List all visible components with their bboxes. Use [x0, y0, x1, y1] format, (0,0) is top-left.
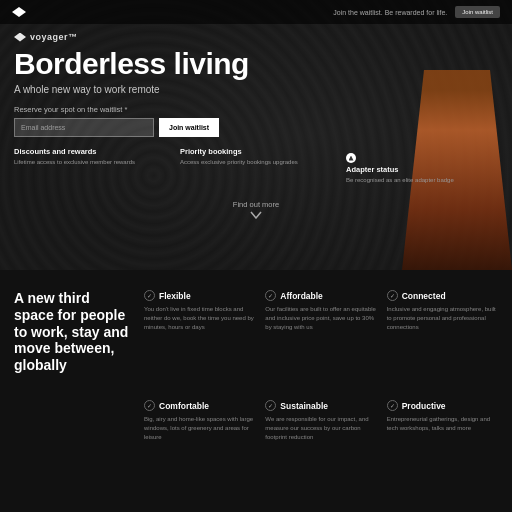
waitlist-label: Reserve your spot on the waitlist * — [14, 105, 498, 114]
feature-card-desc-productive: Entrepreneurial gatherings, design and t… — [387, 415, 498, 433]
feature-card-desc-flexible: You don't live in fixed time blocks and … — [144, 305, 255, 332]
feature-card-connected: Connected Inclusive and engaging atmosph… — [387, 290, 498, 388]
feature-card-affordable: Affordable Our facilities are built to o… — [265, 290, 376, 388]
feature-card-header-connected: Connected — [387, 290, 498, 301]
check-icon-sustainable — [265, 400, 276, 411]
feature-desc-1: Lifetime access to exclusive member rewa… — [14, 158, 166, 166]
adapter-icon — [346, 153, 356, 163]
join-waitlist-button[interactable]: Join waitlist — [159, 118, 219, 137]
email-input[interactable] — [14, 118, 154, 137]
feature-card-desc-comfortable: Big, airy and home-like spaces with larg… — [144, 415, 255, 442]
feature-title-3: Adapter status — [346, 165, 498, 174]
logo-icon — [12, 7, 26, 17]
hero-title: Borderless living — [14, 48, 498, 80]
bottom-headline: A new third space for people to work, st… — [14, 290, 132, 374]
hero-feature-3: Adapter status Be recognised as an elite… — [346, 147, 498, 185]
voyager-logo-icon — [14, 33, 26, 42]
hero-content: voyager™ Borderless living A whole new w… — [0, 24, 512, 190]
feature-card-flexible: Flexible You don't live in fixed time bl… — [144, 290, 255, 388]
hero-feature-1: Discounts and rewards Lifetime access to… — [14, 147, 166, 185]
hero-section: Join the waitlist. Be rewarded for life.… — [0, 0, 512, 270]
feature-card-sustainable: Sustainable We are responsible for our i… — [265, 400, 376, 498]
feature-card-header-flexible: Flexible — [144, 290, 255, 301]
top-bar-text: Join the waitlist. Be rewarded for life. — [333, 9, 447, 16]
feature-card-productive: Productive Entrepreneurial gatherings, d… — [387, 400, 498, 498]
feature-card-comfortable: Comfortable Big, airy and home-like spac… — [144, 400, 255, 498]
feature-title-2: Priority bookings — [180, 147, 332, 156]
top-bar-logo — [12, 7, 26, 17]
top-bar-waitlist-button[interactable]: Join waitlist — [455, 6, 500, 18]
features-grid: Flexible You don't live in fixed time bl… — [144, 290, 498, 498]
feature-desc-2: Access exclusive priority bookings upgra… — [180, 158, 332, 166]
feature-card-title-sustainable: Sustainable — [280, 401, 328, 411]
feature-card-title-comfortable: Comfortable — [159, 401, 209, 411]
feature-card-header-affordable: Affordable — [265, 290, 376, 301]
feature-card-title-connected: Connected — [402, 291, 446, 301]
bottom-left: A new third space for people to work, st… — [14, 290, 144, 498]
feature-title-1: Discounts and rewards — [14, 147, 166, 156]
feature-card-header-sustainable: Sustainable — [265, 400, 376, 411]
brand-name: voyager™ — [30, 32, 78, 42]
voyager-logo: voyager™ — [14, 32, 498, 42]
chevron-down-icon — [250, 211, 262, 219]
feature-desc-3: Be recognised as an elite adapter badge — [346, 176, 498, 184]
hero-features: Discounts and rewards Lifetime access to… — [14, 147, 498, 185]
feature-card-header-comfortable: Comfortable — [144, 400, 255, 411]
waitlist-form: Join waitlist — [14, 118, 498, 137]
feature-card-desc-sustainable: We are responsible for our impact, and m… — [265, 415, 376, 442]
find-out-more[interactable]: Find out more — [0, 190, 512, 225]
bottom-section: A new third space for people to work, st… — [0, 270, 512, 512]
feature-card-title-productive: Productive — [402, 401, 446, 411]
find-out-more-text: Find out more — [0, 200, 512, 209]
adapter-badge — [346, 153, 356, 163]
check-icon-connected — [387, 290, 398, 301]
hero-subtitle: A whole new way to work remote — [14, 84, 498, 95]
feature-card-desc-connected: Inclusive and engaging atmosphere, built… — [387, 305, 498, 332]
feature-card-title-flexible: Flexible — [159, 291, 191, 301]
check-icon-productive — [387, 400, 398, 411]
top-bar-right: Join the waitlist. Be rewarded for life.… — [333, 6, 500, 18]
feature-card-title-affordable: Affordable — [280, 291, 323, 301]
top-bar: Join the waitlist. Be rewarded for life.… — [0, 0, 512, 24]
check-icon-flexible — [144, 290, 155, 301]
hero-feature-2: Priority bookings Access exclusive prior… — [180, 147, 332, 185]
check-icon-affordable — [265, 290, 276, 301]
feature-card-desc-affordable: Our facilities are built to offer an equ… — [265, 305, 376, 332]
feature-card-header-productive: Productive — [387, 400, 498, 411]
check-icon-comfortable — [144, 400, 155, 411]
